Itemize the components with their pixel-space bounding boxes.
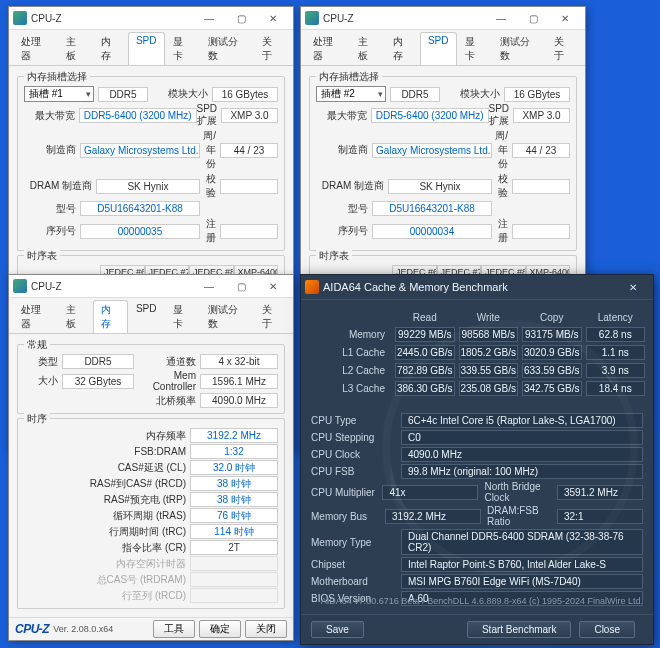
tab-0[interactable]: 处理器 [13,300,58,333]
tab-2[interactable]: 内存 [385,32,420,65]
tab-5[interactable]: 测试分数 [492,32,546,65]
tras: 76 时钟 [190,508,278,523]
module-size: 16 GBytes [212,87,278,102]
general-group: 常规 类型DDR5通道数4 x 32-bit 大小32 GBytesMem Co… [17,344,285,414]
bench-value: 98568 MB/s [459,327,519,342]
bench-value: 99229 MB/s [395,327,455,342]
command-rate: 2T [190,540,278,555]
mem-controller-freq: 1596.1 MHz [200,374,278,389]
info-value: 3192.2 MHz [385,509,481,524]
tabs: 处理器主板内存SPD显卡测试分数关于 [301,30,585,66]
titlebar[interactable]: CPU-Z — ▢ ✕ [9,7,293,30]
tabs: 处理器主板内存SPD显卡测试分数关于 [9,298,293,334]
timing-value: 77 [481,350,526,365]
timing-value: 39 [481,329,526,344]
week-year: 44 / 23 [220,143,278,158]
tab-1[interactable]: 主板 [58,300,93,333]
trdram [190,572,278,587]
tab-6[interactable]: 关于 [254,32,289,65]
mem-size: 32 GBytes [62,374,134,389]
trp: 38 时钟 [190,492,278,507]
cpuz-memory-window: CPU-Z — ▢ ✕ 处理器主板内存SPD显卡测试分数关于 常规 类型DDR5… [8,274,294,641]
info-value: MSI MPG B760I Edge WiFi (MS-7D40) [401,574,643,589]
spd-ext: XMP 3.0 [221,108,278,123]
verify-button[interactable]: 确定 [199,620,241,638]
fsb-dram: 1:32 [190,444,278,459]
tools-button[interactable]: 工具 [153,620,195,638]
row-to-col [190,588,278,603]
mem-type: DDR5 [62,354,134,369]
bench-value: 782.89 GB/s [395,363,455,378]
idle-timer [190,556,278,571]
slot-select[interactable]: 插槽 #1 [24,86,94,102]
tab-2[interactable]: 内存 [93,300,128,333]
tools-button[interactable]: 工具 [445,429,487,447]
tab-4[interactable]: 显卡 [165,32,200,65]
trcd: 38 时钟 [190,476,278,491]
bench-header: Latency [586,311,646,324]
minimize-button[interactable]: — [193,276,225,296]
app-icon [13,279,27,293]
close-button[interactable]: ✕ [617,277,649,297]
maximize-button[interactable]: ▢ [225,276,257,296]
close-button[interactable]: ✕ [257,276,289,296]
titlebar[interactable]: AIDA64 Cache & Memory Benchmark ✕ [301,275,653,300]
tab-3[interactable]: SPD [128,32,165,65]
cas-latency: 32.0 时钟 [190,460,278,475]
close-button[interactable]: Close [579,621,635,638]
titlebar[interactable]: CPU-Z — ▢ ✕ [301,7,585,30]
tab-1[interactable]: 主板 [350,32,385,65]
bench-value: 3020.9 GB/s [522,345,582,360]
bench-row-label: L2 Cache [307,365,393,376]
close-button[interactable]: 关闭 [537,429,579,447]
close-button[interactable]: 关闭 [245,620,287,638]
bench-value: 93175 MB/s [522,327,582,342]
tabs: 处理器主板内存SPD显卡测试分数关于 [9,30,293,66]
close-button[interactable]: ✕ [257,8,289,28]
minimize-button[interactable]: — [193,8,225,28]
slot-select-group: 内存插槽选择 插槽 #1 DDR5 模块大小 16 GBytes 最大带宽DDR… [17,76,285,251]
tab-0[interactable]: 处理器 [305,32,350,65]
part-number: D5U16643201-K88 [80,201,200,216]
bench-header: Read [395,311,455,324]
trc: 114 时钟 [190,524,278,539]
info-value: 4090.0 MHz [401,447,643,462]
tab-5[interactable]: 测试分数 [200,32,254,65]
bench-header: Copy [522,311,582,324]
module-type: DDR5 [390,87,440,102]
bench-row-label: Memory [307,329,393,340]
tab-3[interactable]: SPD [128,300,165,333]
week-year: 44 / 23 [512,143,570,158]
close-button[interactable]: ✕ [549,8,581,28]
maximize-button[interactable]: ▢ [517,8,549,28]
tab-6[interactable]: 关于 [254,300,289,333]
module-size: 16 GBytes [504,87,570,102]
bench-value: 2445.0 GB/s [395,345,455,360]
manufacturer: Galaxy Microsystems Ltd. [372,143,492,158]
info-value: 6C+4c Intel Core i5 (Raptor Lake-S, LGA1… [401,413,643,428]
minimize-button[interactable]: — [485,8,517,28]
spd-ext: XMP 3.0 [513,108,570,123]
tab-6[interactable]: 关于 [546,32,581,65]
tab-0[interactable]: 处理器 [13,32,58,65]
titlebar[interactable]: CPU-Z — ▢ ✕ [9,275,293,298]
serial-number: 00000034 [372,224,492,239]
slot-select[interactable]: 插槽 #2 [316,86,386,102]
start-benchmark-button[interactable]: Start Benchmark [467,621,571,638]
verify-button[interactable]: 确定 [491,429,533,447]
timing-value: 1.350 V [526,397,571,412]
tab-4[interactable]: 显卡 [165,300,200,333]
maximize-button[interactable]: ▢ [225,8,257,28]
bench-value: 235.08 GB/s [459,381,519,396]
info-value: Intel Raptor Point-S B760, Intel Alder L… [401,557,643,572]
tab-2[interactable]: 内存 [93,32,128,65]
tab-3[interactable]: SPD [420,32,457,65]
info-value: C0 [401,430,643,445]
tab-4[interactable]: 显卡 [457,32,492,65]
bench-value: 633.59 GB/s [522,363,582,378]
timing-group: 时序 内存频率3192.2 MHz FSB:DRAM1:32 CAS#延迟 (C… [17,418,285,609]
bench-value: 342.75 GB/s [522,381,582,396]
tab-1[interactable]: 主板 [58,32,93,65]
save-button[interactable]: Save [311,621,364,638]
tab-5[interactable]: 测试分数 [200,300,254,333]
